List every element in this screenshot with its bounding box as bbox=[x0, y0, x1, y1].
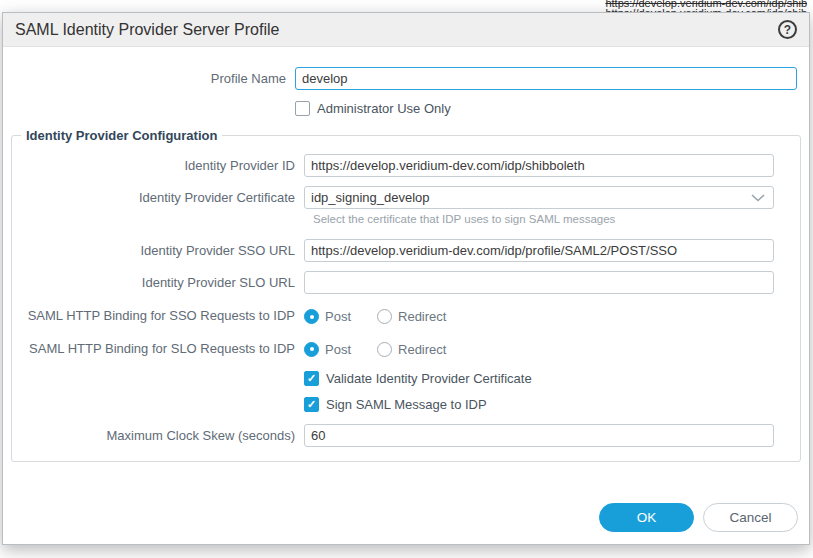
profile-name-row: Profile Name bbox=[3, 67, 809, 90]
slo-binding-post-radio[interactable] bbox=[304, 342, 319, 357]
dialog-header: SAML Identity Provider Server Profile ? bbox=[3, 13, 809, 47]
idp-certificate-label: Identity Provider Certificate bbox=[12, 190, 304, 206]
ok-button[interactable]: OK bbox=[599, 503, 694, 532]
sign-saml-checkbox[interactable]: ✓ bbox=[304, 397, 319, 412]
idp-certificate-value: idp_signing_develop bbox=[311, 190, 430, 205]
idp-id-label: Identity Provider ID bbox=[12, 158, 304, 174]
clock-skew-row: Maximum Clock Skew (seconds) bbox=[12, 424, 786, 447]
slo-binding-options: Post Redirect bbox=[304, 342, 472, 357]
sso-binding-redirect-option: Redirect bbox=[377, 309, 446, 324]
sso-url-label: Identity Provider SSO URL bbox=[12, 243, 304, 259]
slo-url-label: Identity Provider SLO URL bbox=[12, 275, 304, 291]
slo-binding-post-label: Post bbox=[325, 342, 351, 357]
admin-only-label: Administrator Use Only bbox=[317, 101, 451, 116]
profile-name-label: Profile Name bbox=[3, 71, 295, 87]
sso-binding-post-radio[interactable] bbox=[304, 309, 319, 324]
sso-binding-post-label: Post bbox=[325, 309, 351, 324]
help-icon[interactable]: ? bbox=[778, 20, 797, 39]
check-icon: ✓ bbox=[307, 399, 316, 410]
slo-binding-redirect-option: Redirect bbox=[377, 342, 446, 357]
clock-skew-label: Maximum Clock Skew (seconds) bbox=[12, 428, 304, 444]
idp-certificate-hint: Select the certificate that IDP uses to … bbox=[313, 213, 772, 225]
validate-cert-checkbox[interactable]: ✓ bbox=[304, 371, 319, 386]
slo-url-row: Identity Provider SLO URL bbox=[12, 271, 786, 294]
slo-binding-redirect-radio[interactable] bbox=[377, 342, 392, 357]
validate-cert-row: ✓ Validate Identity Provider Certificate bbox=[12, 371, 786, 386]
slo-binding-redirect-label: Redirect bbox=[398, 342, 446, 357]
slo-binding-label: SAML HTTP Binding for SLO Requests to ID… bbox=[12, 341, 304, 357]
sso-binding-redirect-label: Redirect bbox=[398, 309, 446, 324]
clock-skew-input[interactable] bbox=[304, 424, 774, 447]
sso-binding-post-option: Post bbox=[304, 309, 351, 324]
slo-binding-post-option: Post bbox=[304, 342, 351, 357]
idp-configuration-fieldset: Identity Provider Configuration Identity… bbox=[11, 128, 801, 462]
sign-saml-row: ✓ Sign SAML Message to IDP bbox=[12, 397, 786, 412]
sso-binding-options: Post Redirect bbox=[304, 308, 472, 324]
sso-binding-row: SAML HTTP Binding for SSO Requests to ID… bbox=[12, 308, 786, 324]
admin-only-row: Administrator Use Only bbox=[3, 101, 809, 116]
admin-only-checkbox[interactable] bbox=[295, 101, 310, 116]
cancel-button[interactable]: Cancel bbox=[703, 503, 798, 532]
slo-url-input[interactable] bbox=[304, 271, 774, 294]
slo-binding-row: SAML HTTP Binding for SLO Requests to ID… bbox=[12, 341, 786, 357]
dialog-title: SAML Identity Provider Server Profile bbox=[15, 21, 279, 39]
sso-binding-redirect-radio[interactable] bbox=[377, 309, 392, 324]
idp-configuration-legend: Identity Provider Configuration bbox=[21, 128, 222, 143]
sso-url-input[interactable] bbox=[304, 239, 774, 262]
idp-id-input[interactable] bbox=[304, 154, 774, 177]
chevron-down-icon bbox=[751, 194, 765, 202]
sso-binding-label: SAML HTTP Binding for SSO Requests to ID… bbox=[12, 308, 304, 324]
idp-certificate-select[interactable]: idp_signing_develop bbox=[304, 186, 774, 209]
idp-id-row: Identity Provider ID bbox=[12, 154, 786, 177]
dialog-footer: OK Cancel bbox=[3, 503, 809, 544]
saml-idp-profile-dialog: SAML Identity Provider Server Profile ? … bbox=[2, 12, 810, 545]
check-icon: ✓ bbox=[307, 373, 316, 384]
profile-name-input[interactable] bbox=[295, 67, 797, 90]
sign-saml-label: Sign SAML Message to IDP bbox=[326, 397, 487, 412]
sso-url-row: Identity Provider SSO URL bbox=[12, 239, 786, 262]
idp-certificate-row: Identity Provider Certificate idp_signin… bbox=[12, 186, 786, 209]
validate-cert-label: Validate Identity Provider Certificate bbox=[326, 371, 532, 386]
